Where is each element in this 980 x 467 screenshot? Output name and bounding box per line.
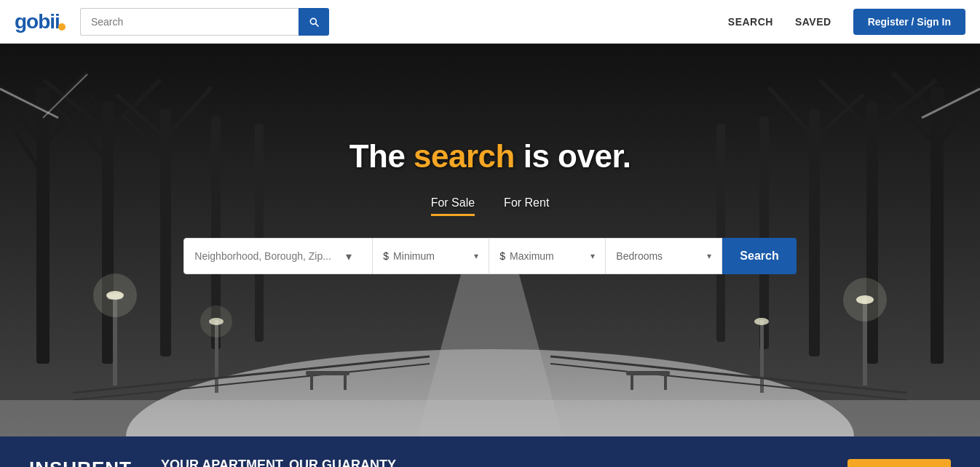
search-button-header[interactable] xyxy=(299,8,329,36)
hero-content: The search is over. For Sale For Rent ▾ … xyxy=(0,44,980,274)
svg-rect-53 xyxy=(310,375,313,390)
tab-for-rent[interactable]: For Rent xyxy=(504,196,549,216)
banner-headline: YOUR APARTMENT, OUR GUARANTY xyxy=(161,458,818,467)
logo-text: gobii xyxy=(15,10,60,33)
header: gobii SEARCH SAVED Register / Sign In xyxy=(0,0,980,44)
hero-title-highlight: search xyxy=(414,138,515,174)
bedrooms-chevron-icon: ▾ xyxy=(707,251,711,261)
nav-saved-link[interactable]: SAVED xyxy=(795,16,831,28)
hero-title-after: is over. xyxy=(515,138,631,174)
svg-point-44 xyxy=(843,278,887,322)
svg-rect-56 xyxy=(631,375,633,390)
maximum-dropdown[interactable]: $ Maximum ▾ xyxy=(489,238,606,274)
logo-dot xyxy=(58,23,66,31)
bedrooms-label: Bedrooms xyxy=(616,250,703,262)
svg-rect-57 xyxy=(664,375,667,390)
register-signin-button[interactable]: Register / Sign In xyxy=(853,9,965,35)
svg-rect-52 xyxy=(306,371,349,375)
header-search-bar xyxy=(80,8,329,36)
svg-rect-51 xyxy=(0,400,980,436)
location-chevron-icon: ▾ xyxy=(346,250,352,263)
search-input[interactable] xyxy=(80,8,299,36)
insurent-title: INSURENT xyxy=(29,458,132,467)
svg-rect-54 xyxy=(344,375,347,390)
minimum-dollar-sign: $ xyxy=(383,250,389,262)
tab-for-sale[interactable]: For Sale xyxy=(431,196,475,216)
hero-tabs: For Sale For Rent xyxy=(431,196,550,216)
svg-point-46 xyxy=(754,318,769,325)
hero-title-before: The xyxy=(349,138,414,174)
minimum-chevron-icon: ▾ xyxy=(474,251,478,261)
svg-point-38 xyxy=(93,274,137,317)
bedrooms-dropdown[interactable]: Bedrooms ▾ xyxy=(606,238,722,274)
maximum-dollar-sign: $ xyxy=(499,250,505,262)
insurent-logo: INSURENT LEASE GUARANTY xyxy=(29,458,132,467)
search-icon xyxy=(308,16,320,28)
learn-more-button[interactable]: LEARN MORE xyxy=(847,459,951,467)
svg-point-41 xyxy=(200,306,232,338)
bottom-banner: INSURENT LEASE GUARANTY YOUR APARTMENT, … xyxy=(0,436,980,467)
banner-text: YOUR APARTMENT, OUR GUARANTY With the In… xyxy=(161,458,818,467)
svg-rect-55 xyxy=(626,371,670,375)
minimum-label: Minimum xyxy=(393,250,470,262)
location-input[interactable] xyxy=(194,250,340,262)
maximum-chevron-icon: ▾ xyxy=(590,251,595,261)
hero-section: The search is over. For Sale For Rent ▾ … xyxy=(0,44,980,436)
hero-location-input-container: ▾ xyxy=(183,238,373,274)
logo[interactable]: gobii xyxy=(15,10,66,33)
header-nav: SEARCH SAVED Register / Sign In xyxy=(728,9,965,35)
minimum-dropdown[interactable]: $ Minimum ▾ xyxy=(373,238,489,274)
hero-title: The search is over. xyxy=(349,138,631,175)
svg-rect-45 xyxy=(760,320,764,393)
hero-search-button[interactable]: Search xyxy=(722,238,796,274)
hero-search-bar: ▾ $ Minimum ▾ $ Maximum ▾ Bedrooms ▾ Sea… xyxy=(183,238,796,274)
maximum-label: Maximum xyxy=(510,250,586,262)
nav-search-link[interactable]: SEARCH xyxy=(728,16,773,28)
